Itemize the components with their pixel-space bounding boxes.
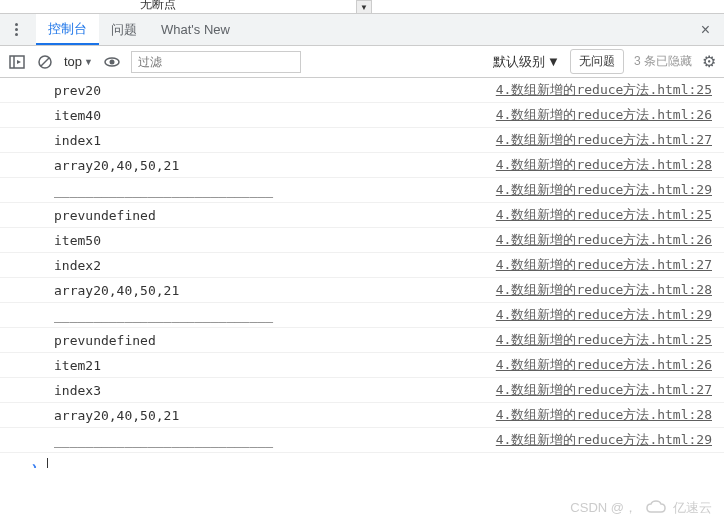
log-source-link[interactable]: 4.数组新增的reduce方法.html:25 bbox=[496, 331, 712, 349]
log-source-link[interactable]: 4.数组新增的reduce方法.html:26 bbox=[496, 356, 712, 374]
log-message: prevundefined bbox=[54, 333, 156, 348]
log-row: index24.数组新增的reduce方法.html:27 bbox=[0, 253, 724, 278]
log-row: array20,40,50,214.数组新增的reduce方法.html:28 bbox=[0, 153, 724, 178]
console-prompt[interactable]: › bbox=[0, 453, 724, 468]
log-source-link[interactable]: 4.数组新增的reduce方法.html:26 bbox=[496, 106, 712, 124]
brand-logo: 亿速云 bbox=[645, 499, 712, 517]
chevron-down-icon: ▼ bbox=[547, 54, 560, 69]
filter-input[interactable] bbox=[131, 51, 301, 73]
log-row: item404.数组新增的reduce方法.html:26 bbox=[0, 103, 724, 128]
tab-console[interactable]: 控制台 bbox=[36, 14, 99, 45]
chevron-down-icon: ▼ bbox=[84, 57, 93, 67]
log-message: prev20 bbox=[54, 83, 101, 98]
log-row: array20,40,50,214.数组新增的reduce方法.html:28 bbox=[0, 403, 724, 428]
gear-icon[interactable]: ⚙ bbox=[702, 52, 716, 71]
breakpoints-bar: 无断点 ▼ bbox=[0, 0, 724, 14]
log-row: ____________________________4.数组新增的reduc… bbox=[0, 178, 724, 203]
log-message: ____________________________ bbox=[54, 308, 273, 323]
log-row: prevundefined4.数组新增的reduce方法.html:25 bbox=[0, 203, 724, 228]
svg-line-4 bbox=[41, 58, 49, 66]
sidebar-toggle-icon[interactable] bbox=[8, 53, 26, 71]
log-message: array20,40,50,21 bbox=[54, 408, 179, 423]
log-message: ____________________________ bbox=[54, 183, 273, 198]
console-toolbar: top▼ 默认级别▼ 无问题 3 条已隐藏 ⚙ bbox=[0, 46, 724, 78]
log-message: item21 bbox=[54, 358, 101, 373]
breakpoints-label: 无断点 bbox=[140, 0, 176, 13]
log-row: item214.数组新增的reduce方法.html:26 bbox=[0, 353, 724, 378]
console-log-area: prev204.数组新增的reduce方法.html:25item404.数组新… bbox=[0, 78, 724, 468]
prompt-cursor bbox=[47, 458, 48, 468]
log-source-link[interactable]: 4.数组新增的reduce方法.html:27 bbox=[496, 256, 712, 274]
csdn-watermark: CSDN @， bbox=[570, 499, 637, 517]
no-issues-button[interactable]: 无问题 bbox=[570, 49, 624, 74]
breakpoints-dropdown[interactable]: ▼ bbox=[356, 0, 372, 14]
log-row: index14.数组新增的reduce方法.html:27 bbox=[0, 128, 724, 153]
tab-whatsnew[interactable]: What's New bbox=[149, 14, 242, 45]
log-message: array20,40,50,21 bbox=[54, 283, 179, 298]
clear-console-icon[interactable] bbox=[36, 53, 54, 71]
svg-point-6 bbox=[110, 59, 115, 64]
log-source-link[interactable]: 4.数组新增的reduce方法.html:27 bbox=[496, 131, 712, 149]
log-row: ____________________________4.数组新增的reduc… bbox=[0, 428, 724, 453]
log-message: ____________________________ bbox=[54, 433, 273, 448]
tabs: 控制台 问题 What's New bbox=[36, 14, 242, 45]
devtools-header: 控制台 问题 What's New × bbox=[0, 14, 724, 46]
log-source-link[interactable]: 4.数组新增的reduce方法.html:25 bbox=[496, 206, 712, 224]
watermark: CSDN @， 亿速云 bbox=[570, 499, 712, 517]
hidden-count[interactable]: 3 条已隐藏 bbox=[634, 53, 692, 70]
log-source-link[interactable]: 4.数组新增的reduce方法.html:28 bbox=[496, 156, 712, 174]
tab-issues[interactable]: 问题 bbox=[99, 14, 149, 45]
log-row: prevundefined4.数组新增的reduce方法.html:25 bbox=[0, 328, 724, 353]
prompt-arrow-icon: › bbox=[32, 458, 37, 468]
log-source-link[interactable]: 4.数组新增的reduce方法.html:28 bbox=[496, 406, 712, 424]
log-message: index1 bbox=[54, 133, 101, 148]
log-source-link[interactable]: 4.数组新增的reduce方法.html:26 bbox=[496, 231, 712, 249]
live-expression-icon[interactable] bbox=[103, 53, 121, 71]
log-message: index2 bbox=[54, 258, 101, 273]
more-icon[interactable] bbox=[8, 22, 24, 38]
log-level-select[interactable]: 默认级别▼ bbox=[493, 53, 560, 71]
log-source-link[interactable]: 4.数组新增的reduce方法.html:25 bbox=[496, 81, 712, 99]
log-source-link[interactable]: 4.数组新增的reduce方法.html:29 bbox=[496, 431, 712, 449]
svg-marker-2 bbox=[17, 60, 21, 64]
log-message: item50 bbox=[54, 233, 101, 248]
log-row: index34.数组新增的reduce方法.html:27 bbox=[0, 378, 724, 403]
log-source-link[interactable]: 4.数组新增的reduce方法.html:29 bbox=[496, 306, 712, 324]
log-message: index3 bbox=[54, 383, 101, 398]
log-source-link[interactable]: 4.数组新增的reduce方法.html:27 bbox=[496, 381, 712, 399]
context-select[interactable]: top▼ bbox=[64, 54, 93, 69]
log-message: prevundefined bbox=[54, 208, 156, 223]
log-row: array20,40,50,214.数组新增的reduce方法.html:28 bbox=[0, 278, 724, 303]
log-row: item504.数组新增的reduce方法.html:26 bbox=[0, 228, 724, 253]
log-source-link[interactable]: 4.数组新增的reduce方法.html:29 bbox=[496, 181, 712, 199]
log-message: array20,40,50,21 bbox=[54, 158, 179, 173]
log-row: prev204.数组新增的reduce方法.html:25 bbox=[0, 78, 724, 103]
log-row: ____________________________4.数组新增的reduc… bbox=[0, 303, 724, 328]
log-source-link[interactable]: 4.数组新增的reduce方法.html:28 bbox=[496, 281, 712, 299]
log-message: item40 bbox=[54, 108, 101, 123]
close-icon[interactable]: × bbox=[695, 21, 716, 39]
